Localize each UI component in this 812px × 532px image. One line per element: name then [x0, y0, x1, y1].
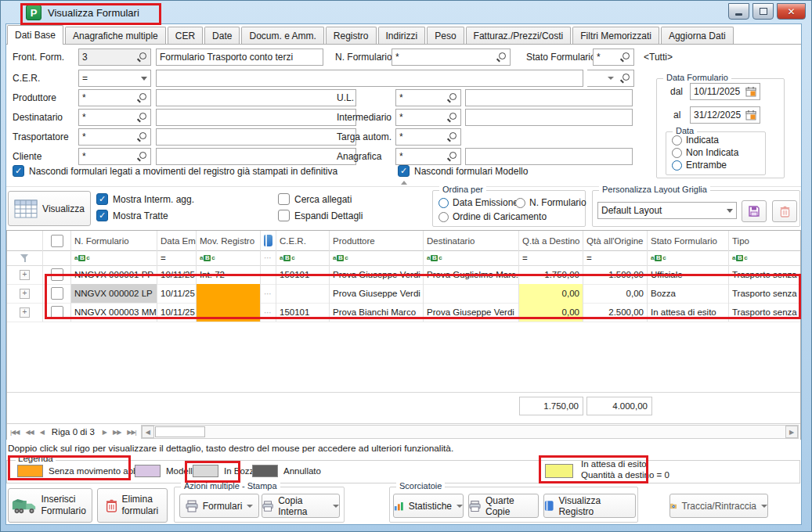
header-destinatario[interactable]: Destinatario — [424, 231, 519, 250]
destinatario-input[interactable]: * — [78, 109, 151, 126]
save-layout-button[interactable] — [742, 200, 767, 222]
filter-cer[interactable]: aBc — [276, 250, 330, 265]
tab-dati-base[interactable]: Dati Base — [7, 25, 63, 45]
filter-funnel[interactable] — [7, 250, 43, 265]
nav-prev-icon[interactable]: ◀ — [37, 429, 47, 436]
mostra-tratte-checkbox[interactable]: Mostra Tratte — [96, 210, 168, 221]
search-icon[interactable] — [137, 113, 147, 123]
cell-registro-button[interactable]: ⋯ — [261, 265, 276, 284]
tab-anagrafiche-multiple[interactable]: Anagrafiche multiple — [65, 27, 166, 45]
cell-registro-button[interactable]: ⋯ — [261, 284, 276, 303]
cerca-allegati-checkbox[interactable]: Cerca allegati — [278, 193, 352, 205]
header-stato-formulario[interactable]: Stato Formulario — [648, 231, 729, 250]
search-icon[interactable] — [137, 152, 147, 162]
cer-lookup-combo[interactable] — [587, 70, 634, 87]
nav-last-icon[interactable]: ▶▶| — [124, 429, 139, 436]
radio-non-indicata[interactable]: Non Indicata — [672, 147, 738, 158]
dal-date-input[interactable]: 10/11/2025 — [690, 83, 760, 100]
radio-entrambe[interactable]: Entrambe — [672, 160, 727, 171]
hide-model-checkbox[interactable]: Nascondi formulari Modello — [398, 165, 528, 177]
statistiche-button[interactable]: Statistiche — [393, 494, 464, 518]
scroll-left-button[interactable]: ◀ — [142, 426, 154, 438]
row-checkbox[interactable] — [43, 265, 71, 284]
hide-stamped-checkbox[interactable]: Nascondi formulari legati a movimenti de… — [13, 165, 337, 177]
tab-peso[interactable]: Peso — [427, 27, 464, 45]
header-n-formulario[interactable]: N. Formulario — [71, 231, 157, 250]
radio-data-emissione[interactable]: Data Emissione — [438, 197, 518, 208]
tab-fatturaz-prezzi-costi[interactable]: Fatturaz./Prezzi/Costi — [466, 27, 572, 45]
filter-produttore[interactable]: aBc — [330, 250, 424, 265]
copia-interna-button[interactable]: Copia Interna — [262, 494, 340, 518]
filter-n-formulario[interactable]: aBc — [71, 250, 157, 265]
scrollbar-thumb[interactable] — [155, 426, 205, 437]
traccia-rintraccia-button[interactable]: Traccia/Rintraccia — [669, 494, 768, 518]
layout-select[interactable]: Default Layout — [597, 202, 737, 219]
inserisci-formulario-button[interactable]: Inserisci Formulario — [8, 488, 92, 523]
al-date-input[interactable]: 31/12/2025 — [690, 106, 760, 124]
stato-formulario-input[interactable]: * — [593, 49, 634, 66]
front-form-input[interactable]: 3 — [78, 49, 151, 66]
nav-next-page-icon[interactable]: ▶▶ — [110, 429, 124, 436]
cliente-input[interactable]: * — [78, 148, 151, 165]
radio-indicata[interactable]: Indicata — [672, 135, 719, 146]
cell-registro-button[interactable]: ⋯ — [261, 303, 276, 322]
scroll-right-button[interactable]: ▶ — [785, 426, 798, 438]
header-data-emi[interactable]: Data Emi. — [157, 231, 197, 250]
header-registro-book[interactable] — [261, 231, 276, 250]
minimize-button[interactable] — [728, 3, 749, 20]
row-expand[interactable] — [7, 303, 43, 322]
filter-qta-destino[interactable]: = — [519, 250, 583, 265]
search-icon[interactable] — [137, 52, 147, 63]
filter-tipo[interactable]: aBc — [729, 250, 800, 265]
targa-input[interactable]: * — [395, 128, 461, 146]
tab-registro[interactable]: Registro — [326, 27, 377, 45]
header-tipo[interactable]: Tipo — [729, 231, 800, 250]
elimina-formulari-button[interactable]: Elimina formulari — [97, 488, 168, 523]
calendar-icon[interactable] — [745, 110, 756, 120]
row-expand[interactable] — [7, 284, 43, 303]
visualizza-registro-button[interactable]: Visualizza Registro — [543, 494, 636, 518]
radio-ordine-caricamento[interactable]: Ordine di Caricamento — [438, 211, 547, 222]
trasportatore-input[interactable]: * — [78, 128, 151, 146]
row-checkbox[interactable] — [43, 303, 71, 322]
search-icon[interactable] — [137, 93, 147, 103]
header-qta-origine[interactable]: Qtà all'Origine — [583, 231, 648, 250]
cer-input[interactable] — [156, 70, 583, 87]
espandi-dettagli-checkbox[interactable]: Espandi Dettagli — [278, 210, 363, 221]
restore-button[interactable] — [752, 3, 774, 20]
nav-first-icon[interactable]: |◀◀ — [7, 429, 22, 436]
tab-aggiorna-dati[interactable]: Aggiorna Dati — [661, 27, 734, 45]
filter-book[interactable]: ⋯ — [261, 250, 276, 265]
search-icon[interactable] — [620, 74, 630, 84]
nav-prev-page-icon[interactable]: ◀◀ — [22, 429, 36, 436]
table-row[interactable]: NNGVX 000003 MM 10/11/25 ⋯ 150101 Prova … — [7, 303, 800, 322]
produttore-input[interactable]: * — [78, 89, 151, 106]
search-icon[interactable] — [496, 52, 507, 63]
header-cer[interactable]: C.E.R. — [276, 231, 330, 250]
cer-operator-select[interactable]: = — [78, 70, 151, 87]
delete-layout-button[interactable] — [772, 200, 797, 222]
table-row[interactable]: NNGVX 000001 PP 10/11/25 Int. 72 ⋯ 15010… — [7, 265, 800, 285]
quarte-copie-button[interactable]: Quarte Copie — [468, 494, 539, 518]
tab-docum-e-amm[interactable]: Docum. e Amm. — [241, 27, 323, 45]
filter-data-emi[interactable]: = — [157, 250, 197, 265]
tab-filtri-memorizzati[interactable]: Filtri Memorizzati — [572, 27, 659, 45]
ul-input[interactable]: * — [395, 89, 461, 106]
search-icon[interactable] — [137, 132, 147, 142]
filter-destinatario[interactable]: aBc — [424, 250, 519, 265]
splitter-collapse-icon[interactable] — [401, 181, 407, 185]
header-produttore[interactable]: Produttore — [330, 231, 424, 250]
horizontal-scrollbar[interactable]: ◀ ▶ — [141, 425, 799, 439]
filter-qta-origine[interactable]: = — [583, 250, 648, 265]
search-icon[interactable] — [620, 52, 630, 63]
nav-next-icon[interactable]: ▶ — [99, 429, 110, 436]
search-icon[interactable] — [447, 132, 457, 142]
search-icon[interactable] — [447, 113, 457, 123]
radio-n-formulario[interactable]: N. Formulario — [515, 197, 586, 208]
stampa-formulari-button[interactable]: Formulari — [179, 494, 259, 518]
close-button[interactable]: ✕ — [777, 3, 806, 20]
header-mov-registro[interactable]: Mov. Registro — [197, 231, 261, 250]
filter-mov-registro[interactable]: aBc — [197, 250, 261, 265]
tab-cer[interactable]: CER — [168, 27, 203, 45]
tab-indirizzi[interactable]: Indirizzi — [378, 27, 426, 45]
